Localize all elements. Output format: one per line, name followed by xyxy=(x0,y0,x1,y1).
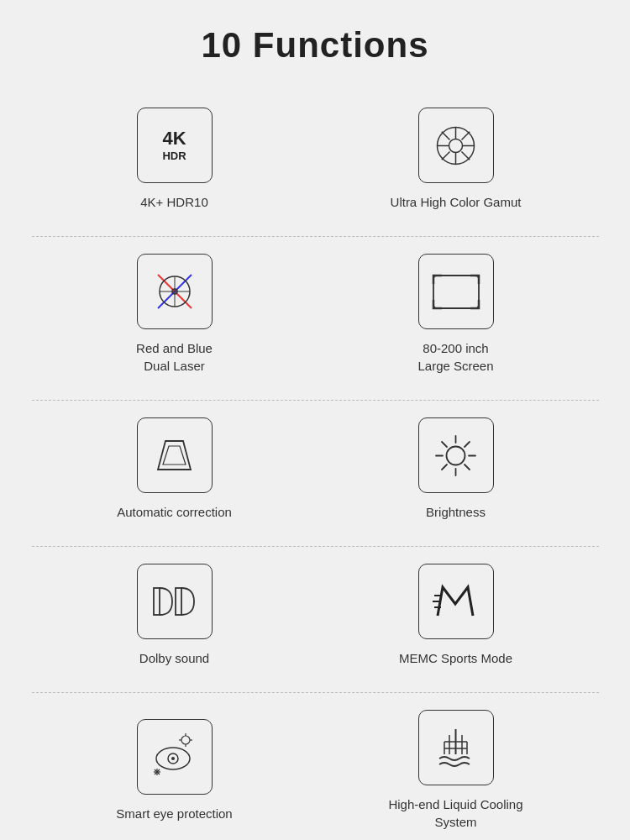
label-brightness: Brightness xyxy=(426,503,486,521)
label-dolby: Dolby sound xyxy=(139,649,209,667)
icon-box-memc xyxy=(418,564,494,639)
feature-eye-protection: Smart eye protection xyxy=(91,719,259,822)
svg-point-1 xyxy=(449,139,463,152)
feature-4k-hdr: 4KHDR 4K+ HDR10 xyxy=(91,108,259,211)
svg-line-27 xyxy=(442,465,447,470)
feature-dual-laser: Red and Blue Dual Laser xyxy=(91,254,259,375)
feature-color-gamut: Ultra High Color Gamut xyxy=(372,108,540,211)
svg-rect-28 xyxy=(154,588,160,615)
label-large-screen: 80-200 inch Large Screen xyxy=(417,339,493,375)
icon-box-brightness xyxy=(418,417,494,493)
icon-box-eye-protection xyxy=(137,719,213,795)
dolby-icon xyxy=(150,584,199,619)
svg-rect-16 xyxy=(433,276,479,308)
svg-line-26 xyxy=(465,442,470,447)
feature-auto-correction: Automatic correction xyxy=(91,417,259,521)
icon-box-dolby xyxy=(137,564,213,639)
row-1: 4KHDR 4K+ HDR10 xyxy=(0,91,630,236)
4k-hdr-icon: 4KHDR xyxy=(162,128,186,163)
icon-box-dual-laser xyxy=(137,254,213,329)
svg-rect-29 xyxy=(176,588,181,615)
color-gamut-icon xyxy=(433,123,479,169)
svg-point-35 xyxy=(171,757,175,760)
icon-box-4k-hdr: 4KHDR xyxy=(137,108,213,183)
eye-protection-icon xyxy=(150,733,199,780)
feature-cooling: High-end Liquid Cooling System xyxy=(372,710,540,831)
large-screen-icon xyxy=(431,273,481,311)
brightness-icon xyxy=(433,433,479,479)
row-3: Automatic correction Brightness xyxy=(0,401,630,546)
icon-box-large-screen xyxy=(418,254,494,329)
svg-point-19 xyxy=(447,446,465,465)
label-eye-protection: Smart eye protection xyxy=(116,805,232,822)
feature-brightness: Brightness xyxy=(372,417,540,521)
label-4k-hdr: 4K+ HDR10 xyxy=(140,193,207,211)
feature-memc: MEMC Sports Mode xyxy=(372,564,540,667)
svg-point-36 xyxy=(181,736,190,744)
row-4: Dolby sound MEMC Sports Mode xyxy=(0,547,630,692)
label-dual-laser: Red and Blue Dual Laser xyxy=(136,339,213,375)
cooling-icon xyxy=(433,725,479,771)
svg-line-24 xyxy=(442,442,447,447)
svg-line-7 xyxy=(462,151,470,160)
auto-correction-icon xyxy=(151,434,197,476)
memc-icon xyxy=(433,580,479,622)
page-title: 10 Functions xyxy=(201,25,428,66)
svg-marker-17 xyxy=(158,441,191,470)
svg-marker-18 xyxy=(163,446,186,465)
svg-line-6 xyxy=(442,131,450,139)
label-cooling: High-end Liquid Cooling System xyxy=(372,795,540,831)
svg-line-8 xyxy=(462,131,470,139)
label-memc: MEMC Sports Mode xyxy=(399,649,512,667)
icon-box-cooling xyxy=(418,710,494,785)
feature-large-screen: 80-200 inch Large Screen xyxy=(372,254,540,375)
label-color-gamut: Ultra High Color Gamut xyxy=(391,193,522,211)
icon-box-auto-correction xyxy=(137,417,213,493)
dual-laser-icon xyxy=(150,266,200,317)
label-auto-correction: Automatic correction xyxy=(117,503,232,521)
row-2: Red and Blue Dual Laser 80-200 inch Larg… xyxy=(0,237,630,400)
svg-line-25 xyxy=(465,465,470,470)
features-grid: 4KHDR 4K+ HDR10 xyxy=(0,91,630,840)
svg-line-9 xyxy=(442,151,450,160)
row-5: Smart eye protection xyxy=(0,693,630,840)
icon-box-color-gamut xyxy=(418,108,494,183)
feature-dolby: Dolby sound xyxy=(91,564,259,667)
